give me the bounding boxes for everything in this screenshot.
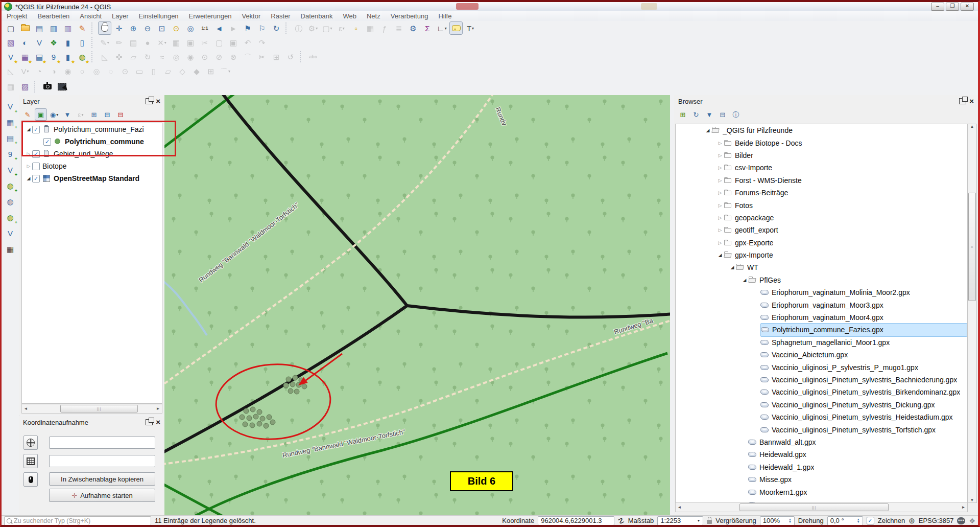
- add-part-icon[interactable]: ◉: [184, 50, 197, 63]
- scale-combobox[interactable]: 1:2253 ▼: [657, 516, 703, 525]
- track-mouse-button[interactable]: [23, 472, 38, 487]
- browser-tree-item[interactable]: ▷csv-Importe: [676, 162, 967, 174]
- browser-tree-item[interactable]: ▷gpx-Exporte: [676, 237, 967, 249]
- select-features-icon[interactable]: ▢▾: [321, 21, 334, 35]
- dropdown-arrow-icon[interactable]: ▾: [27, 69, 29, 74]
- browser-tree-item[interactable]: ◢gpx-Importe: [676, 249, 967, 261]
- tasks-icon[interactable]: ❖: [969, 517, 975, 525]
- dropdown-arrow-icon[interactable]: ▾: [445, 26, 447, 31]
- browser-tree-item[interactable]: Eriophorum_vaginatum_Moor3.gpx: [676, 299, 967, 311]
- pan-map-icon[interactable]: [98, 21, 111, 35]
- layer-tree-item[interactable]: ◢✓OpenStreetMap Standard: [22, 172, 162, 185]
- scrollbar-thumb[interactable]: ≡: [968, 193, 976, 301]
- add-point-cloud-layer-icon[interactable]: V: [3, 226, 17, 240]
- new-project-icon[interactable]: ▢: [4, 21, 17, 35]
- menu-verarbeitung[interactable]: Verarbeitung: [386, 11, 434, 21]
- maximize-button[interactable]: ❐: [946, 3, 959, 11]
- new-spatial-bookmark-icon[interactable]: ⚑: [241, 21, 254, 35]
- float-panel-icon[interactable]: [146, 419, 153, 425]
- dropdown-arrow-icon[interactable]: ▾: [56, 112, 58, 117]
- layer-labeling-icon[interactable]: abc: [306, 50, 320, 63]
- add-selected-layers-icon[interactable]: ⊞: [677, 108, 689, 121]
- menu-web[interactable]: Web: [338, 11, 362, 21]
- layer-visibility-checkbox[interactable]: ✓: [32, 175, 40, 182]
- browser-tree-item[interactable]: ◢WT: [676, 261, 967, 273]
- rectangle-from-3-points-icon[interactable]: ▱: [161, 64, 175, 78]
- expander-icon[interactable]: ▷: [716, 190, 724, 195]
- add-xyz-layer-icon[interactable]: ◍: [3, 194, 17, 209]
- scroll-down-icon[interactable]: ▼: [970, 498, 974, 502]
- statistical-summary-icon[interactable]: ≣: [392, 21, 405, 35]
- map-canvas[interactable]: Rundv Rundweg "Bannwald "Waldmoor-Torfst…: [164, 95, 670, 515]
- add-postgis-layer-icon[interactable]: ▮★: [61, 50, 75, 63]
- scroll-left-icon[interactable]: ◄: [22, 406, 30, 411]
- add-mesh-layer-icon[interactable]: ▤+: [3, 131, 17, 145]
- identify-features-icon[interactable]: ⓘ: [292, 21, 305, 35]
- copy-to-clipboard-button[interactable]: In Zwischenablage kopieren: [49, 472, 155, 486]
- zoom-to-layer-icon[interactable]: ◎: [184, 21, 197, 35]
- browser-tree-item[interactable]: ◢_QGIS für Pilzfreunde: [676, 124, 967, 136]
- scrollbar-thumb[interactable]: |||: [60, 405, 138, 413]
- scroll-up-icon[interactable]: ▲: [970, 124, 974, 129]
- mouse-position-icon[interactable]: ☡: [617, 516, 625, 525]
- new-virtual-table-icon[interactable]: ▦: [3, 242, 17, 256]
- browser-tree-item[interactable]: Vaccinio_uliginosi_Pinetum_sylvestris_Bi…: [676, 386, 967, 398]
- expander-icon[interactable]: ▷: [716, 240, 724, 245]
- globe-crs-icon[interactable]: ⊕: [909, 516, 915, 525]
- remove-layer-group-icon[interactable]: ⊟: [114, 108, 127, 121]
- delete-ring-icon[interactable]: ⊘: [212, 50, 226, 63]
- undo-icon[interactable]: ↶: [241, 36, 254, 49]
- run-feature-action-icon[interactable]: ⚙▾: [306, 21, 320, 35]
- processing-toolbox-icon[interactable]: ⚙: [407, 21, 420, 35]
- expand-all-layers-icon[interactable]: ⊞: [88, 108, 100, 121]
- collapse-all-layers-icon[interactable]: ⊟: [101, 108, 113, 121]
- add-ring-icon[interactable]: ◎: [170, 50, 183, 63]
- browser-tree-item[interactable]: Moorkern1.gpx: [676, 486, 967, 498]
- filter-browser-icon[interactable]: ▼: [703, 108, 715, 121]
- refresh-browser-icon[interactable]: ↻: [690, 108, 702, 121]
- dropdown-arrow-icon[interactable]: ▾: [472, 26, 474, 31]
- project-coordinate-field[interactable]: [49, 455, 155, 467]
- add-group-icon[interactable]: ▣: [35, 108, 47, 121]
- circle-from-3-points-icon[interactable]: ◑: [47, 64, 60, 78]
- project-crs-button[interactable]: [23, 454, 38, 468]
- zoom-next-icon[interactable]: ►: [227, 21, 240, 35]
- menu-bearbeiten[interactable]: Bearbeiten: [32, 11, 75, 21]
- start-capture-button[interactable]: ✛ Aufnahme starten: [49, 489, 155, 502]
- expander-icon[interactable]: ▷: [716, 227, 724, 233]
- menu-netz[interactable]: Netz: [362, 11, 386, 21]
- select-by-expression-icon[interactable]: ε▾: [335, 21, 348, 35]
- browser-tree-item[interactable]: Vaccinio_uliginosi_Pinetum_sylvestris_To…: [676, 423, 967, 436]
- expander-icon[interactable]: ◢: [25, 176, 32, 181]
- expander-icon[interactable]: ▷: [716, 165, 724, 170]
- new-spatialite-layer-icon[interactable]: ▮: [61, 36, 75, 49]
- coordinate-panel-titlebar[interactable]: Koordinatenaufnahme ×: [19, 416, 164, 428]
- data-source-manager-icon[interactable]: ▧: [4, 36, 17, 49]
- browser-tree-item[interactable]: Vaccinio_uliginosi_Pinetum_sylvestris_Di…: [676, 399, 967, 411]
- new-shapefile-layer-icon[interactable]: V: [33, 36, 46, 49]
- pan-to-selection-icon[interactable]: ✛: [112, 21, 126, 35]
- browser-tree-item[interactable]: ▷Forst - WMS-Dienste: [676, 174, 967, 187]
- log-messages-icon[interactable]: •••: [957, 517, 965, 524]
- refresh-map-icon[interactable]: ↻: [270, 21, 283, 35]
- menu-hilfe[interactable]: Hilfe: [433, 11, 457, 21]
- add-delimited-text-layer-icon[interactable]: 9★: [47, 50, 60, 63]
- zoom-native-resolution-icon[interactable]: 1:1: [198, 21, 211, 35]
- screenshot-tool-icon[interactable]: [55, 80, 68, 94]
- dropdown-arrow-icon[interactable]: ▾: [316, 26, 318, 31]
- copy-move-feature-icon[interactable]: ▱: [127, 50, 140, 63]
- browser-tree-item[interactable]: ▷Beide Biotope - Docs: [676, 136, 967, 149]
- scroll-right-icon[interactable]: ►: [960, 505, 967, 510]
- browser-tree-item[interactable]: ▷Fotos: [676, 199, 967, 211]
- browser-tree-item[interactable]: Heidewald_1.gpx: [676, 461, 967, 473]
- cut-features-icon[interactable]: ✂: [198, 36, 211, 49]
- open-layer-styling-panel-icon[interactable]: ✎: [21, 108, 34, 121]
- menu-raster[interactable]: Raster: [266, 11, 295, 21]
- ellipse-from-foci-icon[interactable]: ⊙: [118, 64, 132, 78]
- browser-tree-item[interactable]: Vaccinio_Abietetum.gpx: [676, 349, 967, 361]
- fill-ring-icon[interactable]: ⊙: [198, 50, 211, 63]
- copy-features-icon[interactable]: ▢: [212, 36, 226, 49]
- move-feature-icon[interactable]: ✜: [112, 50, 126, 63]
- modify-attributes-icon[interactable]: ▦: [170, 36, 183, 49]
- save-project-as-icon[interactable]: ▥: [47, 21, 60, 35]
